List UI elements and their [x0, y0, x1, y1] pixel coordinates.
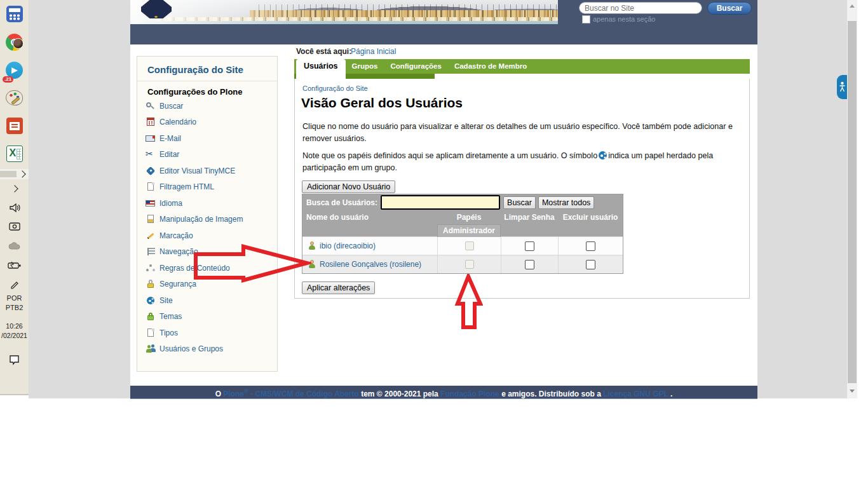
section-tabs: Usuários Grupos Configurações Cadastro d… [294, 59, 750, 79]
sidebar-item-editar[interactable]: Editar [137, 147, 277, 163]
scrollbar-up-arrow-icon[interactable] [850, 4, 855, 8]
tray-notification-center[interactable] [0, 346, 29, 374]
volume-icon [8, 202, 21, 214]
sidebar-item-manipulacao-imagem[interactable]: Manipulação de Imagem [137, 212, 277, 228]
plone-logo-icon [146, 295, 156, 306]
pencil-icon [146, 231, 156, 241]
sidebar-item-calendario[interactable]: Calendário [137, 114, 277, 131]
taskbar-item-telegram[interactable]: .21 [0, 56, 29, 84]
tray-language-indicator[interactable]: POR PTB2 [0, 294, 29, 313]
sidebar-item-temas[interactable]: Temas [137, 309, 277, 325]
pen-icon [9, 278, 20, 290]
users-icon [146, 344, 156, 354]
reset-password-checkbox[interactable] [525, 260, 534, 269]
user-link-ibio[interactable]: ibio (direcaoibio) [320, 241, 376, 250]
clock-time: 10:26 [0, 322, 29, 331]
sidebar-item-label: Regras de Conteúdo [159, 264, 230, 273]
sidebar-item-usuarios-grupos[interactable]: Usuários e Grupos [137, 341, 277, 358]
tray-hidden-icons-chevron[interactable] [0, 179, 29, 198]
tray-clock[interactable]: 10:26 /02/2021 [0, 322, 29, 341]
column-header-delete-user: Excluir usuário [558, 213, 623, 222]
sidebar-item-regras-conteudo[interactable]: Regras de Conteúdo [137, 260, 277, 276]
portlet-title: Configuração do Site [137, 57, 277, 81]
apply-changes-button[interactable]: Aplicar alterações [302, 281, 375, 294]
chevron-right-icon [11, 185, 18, 192]
excel-icon [6, 146, 23, 162]
sidebar-item-navegacao[interactable]: Navegação [137, 244, 277, 261]
vertical-scrollbar[interactable] [847, 0, 857, 398]
taskbar-mini-scrollbar[interactable] [0, 169, 29, 179]
site-search-button[interactable]: Buscar [707, 2, 752, 15]
user-search-row: Busca de Usuários: Buscar Mostrar todos [302, 194, 623, 210]
tab-usuarios[interactable]: Usuários [296, 59, 346, 79]
taskbar-item-powerpoint[interactable] [0, 112, 29, 140]
sidebar-item-email[interactable]: E-Mail [137, 130, 277, 147]
sidebar-item-label: Temas [159, 312, 182, 321]
admin-role-checkbox[interactable] [465, 260, 474, 269]
tray-onedrive[interactable] [0, 236, 29, 255]
tab-grupos[interactable]: Grupos [346, 59, 384, 74]
lock-icon [146, 279, 156, 289]
sidebar-item-label: E-Mail [159, 134, 181, 143]
footer-registered-mark: ® [244, 388, 248, 395]
taskbar-item-excel[interactable] [0, 140, 29, 168]
delete-user-checkbox[interactable] [586, 241, 595, 251]
sidebar-item-filtragem-html[interactable]: Filtragem HTML [137, 179, 277, 196]
footer-link-fundacao-plone[interactable]: Fundação Plone [440, 390, 499, 398]
show-all-users-button[interactable]: Mostrar todos [538, 196, 594, 209]
tray-cast-display[interactable] [0, 217, 29, 236]
footer-link-cms[interactable]: - CMS/WCM de Código Aberto [248, 390, 359, 398]
scrollbar-thumb[interactable] [848, 21, 857, 383]
sidebar-item-tinymce[interactable]: Editor Visual TinyMCE [137, 163, 277, 179]
screen: .21 POR PTB2 10:26 /02/2021 [0, 0, 868, 488]
portlet-section-heading: Configurações do Plone [147, 87, 277, 97]
user-link-rosilene[interactable]: Rosilene Gonçalves (rosilene) [320, 260, 421, 269]
user-search-input[interactable] [381, 195, 500, 210]
note-text-before: Note que os papéis definidos aqui se apl… [302, 151, 597, 160]
site-search-input[interactable] [579, 2, 702, 14]
role-subcolumn-administrator: Administrador [437, 224, 501, 237]
tray-volume[interactable] [0, 198, 29, 217]
page-title: Visão Geral dos Usuários [301, 95, 463, 111]
admin-role-checkbox[interactable] [465, 241, 474, 250]
main-content-panel: Configuração do Site Visão Geral dos Usu… [294, 79, 750, 299]
footer-link-plone[interactable]: Plone [223, 390, 244, 398]
sidebar-item-buscar[interactable]: Buscar [137, 98, 277, 114]
taskbar-item-chrome[interactable] [0, 28, 29, 56]
sidebar-item-label: Filtragem HTML [159, 182, 214, 191]
powerpoint-icon [6, 118, 23, 134]
add-new-user-button[interactable]: Adicionar Novo Usuário [302, 180, 395, 193]
footer-link-gnu-gpl[interactable]: Licença GNU GPL [603, 390, 668, 398]
clock-date: /02/2021 [0, 331, 29, 341]
tray-battery[interactable] [0, 255, 29, 274]
only-this-section-checkbox[interactable] [582, 15, 590, 24]
scrollbar-down-arrow-icon[interactable] [850, 390, 855, 393]
tray-pen[interactable] [0, 274, 29, 294]
taskbar-item-paint[interactable] [0, 84, 29, 112]
delete-user-checkbox[interactable] [586, 260, 595, 269]
notification-icon [8, 354, 21, 365]
users-table: Busca de Usuários: Buscar Mostrar todos … [302, 194, 623, 274]
sidebar-item-label: Tipos [159, 329, 178, 337]
mini-scrollbar-thumb[interactable] [0, 171, 17, 177]
content-crumb-link[interactable]: Configuração do Site [302, 85, 368, 92]
sidebar-item-site[interactable]: Site [137, 292, 277, 309]
themes-icon [146, 311, 156, 322]
table-row: Rosilene Gonçalves (rosilene) [302, 255, 623, 273]
taskbar-item-calculator[interactable] [0, 0, 29, 28]
sidebar-item-label: Segurança [159, 280, 196, 288]
sidebar-item-tipos[interactable]: Tipos [137, 325, 277, 341]
footer-text: e amigos. Distribuído sob a [499, 390, 603, 398]
mini-scrollbar-arrow-icon[interactable] [18, 170, 25, 177]
sidebar-item-seguranca[interactable]: Segurança [137, 276, 277, 293]
accessibility-widget-button[interactable] [837, 75, 848, 99]
tab-configuracoes[interactable]: Configurações [384, 59, 448, 74]
tab-cadastro-membro[interactable]: Cadastro de Membro [448, 59, 533, 74]
sidebar-item-marcacao[interactable]: Marcação [137, 227, 277, 244]
sidebar-item-idioma[interactable]: Idioma [137, 195, 277, 212]
breadcrumb-home-link[interactable]: Página Inicial [351, 44, 396, 59]
reset-password-checkbox[interactable] [525, 241, 534, 251]
site-setup-portlet: Configuração do Site Configurações do Pl… [137, 56, 278, 372]
user-search-button[interactable]: Buscar [503, 196, 536, 209]
only-this-section-label: apenas nesta seção [593, 15, 655, 23]
